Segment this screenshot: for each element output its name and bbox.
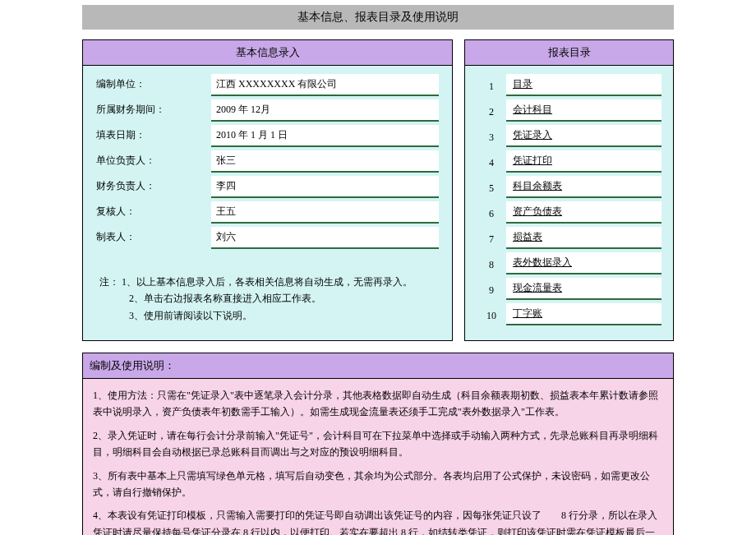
toc-num: 7 (477, 230, 506, 246)
instruction-para: 4、本表设有凭证打印模板，只需输入需要打印的凭证号即自动调出该凭证号的内容，因每… (93, 507, 663, 535)
toc-link-t-account[interactable]: 丁字账 (506, 303, 662, 325)
toc-row: 1 目录 (477, 74, 662, 96)
form-label: 所属财务期间： (96, 99, 211, 117)
form-row: 填表日期： 2010 年 1 月 1 日 (96, 125, 439, 147)
toc-row: 3 凭证录入 (477, 125, 662, 147)
form-label: 编制单位： (96, 74, 211, 91)
toc-link-voucher-print[interactable]: 凭证打印 (506, 150, 662, 173)
form-row: 制表人： 刘六 (96, 227, 439, 249)
instructions-header: 编制及使用说明： (83, 353, 673, 379)
toc-row: 10 丁字账 (477, 303, 662, 325)
form-label: 复核人： (96, 201, 211, 219)
toc-row: 2 会计科目 (477, 99, 662, 122)
toc-link-accounts[interactable]: 会计科目 (506, 99, 662, 122)
form-value[interactable]: 2010 年 1 月 1 日 (211, 125, 439, 147)
toc-header: 报表目录 (465, 40, 673, 66)
toc-link-profit-loss[interactable]: 损益表 (506, 227, 662, 249)
form-row: 复核人： 王五 (96, 201, 439, 224)
toc-row: 9 现金流量表 (477, 278, 662, 300)
toc-link-external-data[interactable]: 表外数据录入 (506, 252, 662, 274)
toc-num: 10 (477, 307, 506, 322)
form-row: 编制单位： 江西 XXXXXXXX 有限公司 (96, 74, 439, 96)
toc-num: 2 (477, 103, 506, 118)
toc-row: 8 表外数据录入 (477, 252, 662, 274)
toc-num: 3 (477, 128, 506, 144)
note-line: 3、使用前请阅读以下说明。 (99, 307, 436, 324)
instruction-para: 2、录入凭证时，请在每行会计分录前输入"凭证号"，会计科目可在下拉菜单中选择或手… (93, 427, 663, 461)
form-value[interactable]: 江西 XXXXXXXX 有限公司 (211, 74, 439, 96)
toc-link-assets[interactable]: 资产负债表 (506, 201, 662, 224)
toc-num: 4 (477, 154, 506, 169)
toc-row: 6 资产负债表 (477, 201, 662, 224)
toc-area: 1 目录 2 会计科目 3 凭证录入 4 凭证打印 5 科目余额表 6 资产负债… (465, 66, 673, 340)
form-row: 所属财务期间： 2009 年 12月 (96, 99, 439, 122)
form-label: 制表人： (96, 227, 211, 244)
toc-num: 8 (477, 256, 506, 271)
form-row: 财务负责人： 李四 (96, 176, 439, 198)
form-value[interactable]: 刘六 (211, 227, 439, 249)
toc-num: 6 (477, 205, 506, 220)
main-container: 基本信息录入 编制单位： 江西 XXXXXXXX 有限公司 所属财务期间： 20… (0, 39, 756, 341)
form-label: 财务负责人： (96, 176, 211, 193)
instructions-panel: 编制及使用说明： 1、使用方法：只需在"凭证录入"表中逐笔录入会计分录，其他表格… (82, 353, 674, 535)
toc-num: 5 (477, 179, 506, 195)
toc-num: 9 (477, 281, 506, 297)
instructions-body: 1、使用方法：只需在"凭证录入"表中逐笔录入会计分录，其他表格数据即自动生成（科… (83, 379, 673, 535)
toc-link-cashflow[interactable]: 现金流量表 (506, 278, 662, 300)
notes: 注： 1、以上基本信息录入后，各表相关信息将自动生成，无需再录入。 2、单击右边… (83, 259, 452, 335)
toc-panel: 报表目录 1 目录 2 会计科目 3 凭证录入 4 凭证打印 5 科目余额表 (464, 39, 674, 341)
basic-info-header: 基本信息录入 (83, 40, 452, 66)
toc-link-voucher-input[interactable]: 凭证录入 (506, 125, 662, 147)
toc-link-catalog[interactable]: 目录 (506, 74, 662, 96)
basic-info-panel: 基本信息录入 编制单位： 江西 XXXXXXXX 有限公司 所属财务期间： 20… (82, 39, 453, 341)
instruction-para: 1、使用方法：只需在"凭证录入"表中逐笔录入会计分录，其他表格数据即自动生成（科… (93, 387, 663, 421)
toc-num: 1 (477, 77, 506, 93)
note-line: 注： 1、以上基本信息录入后，各表相关信息将自动生成，无需再录入。 (99, 274, 436, 290)
toc-link-balance[interactable]: 科目余额表 (506, 176, 662, 198)
form-value[interactable]: 2009 年 12月 (211, 99, 439, 122)
instruction-para: 3、所有表中基本上只需填写绿色单元格，填写后自动变色，其余均为公式部分。各表均启… (93, 468, 663, 501)
form-label: 填表日期： (96, 125, 211, 142)
form-value[interactable]: 张三 (211, 150, 439, 173)
form-row: 单位负责人： 张三 (96, 150, 439, 173)
toc-row: 4 凭证打印 (477, 150, 662, 173)
form-area: 编制单位： 江西 XXXXXXXX 有限公司 所属财务期间： 2009 年 12… (83, 66, 452, 259)
toc-row: 7 损益表 (477, 227, 662, 249)
form-value[interactable]: 李四 (211, 176, 439, 198)
form-label: 单位负责人： (96, 150, 211, 168)
note-line: 2、单击右边报表名称直接进入相应工作表。 (99, 290, 436, 307)
form-value[interactable]: 王五 (211, 201, 439, 224)
toc-row: 5 科目余额表 (477, 176, 662, 198)
page-title: 基本信息、报表目录及使用说明 (82, 5, 674, 30)
